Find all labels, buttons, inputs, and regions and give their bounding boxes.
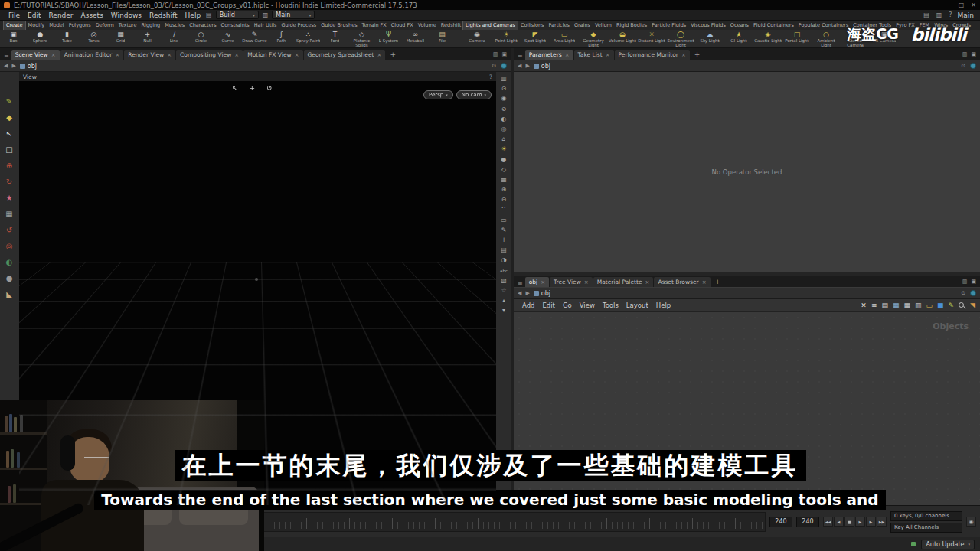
maximize-button[interactable]: □ <box>959 2 965 8</box>
tab-motion-fx-view[interactable]: Motion FX View × <box>243 50 302 60</box>
shelf-tab-terrain-fx[interactable]: Terrain FX <box>360 21 389 30</box>
pane-max-icon[interactable]: ▣ <box>501 51 507 57</box>
network-menu-item[interactable]: Tools <box>599 302 622 309</box>
menu-item[interactable]: Help <box>181 11 205 19</box>
link-indicator-icon[interactable] <box>501 63 507 69</box>
shelf-tool-box[interactable]: ▣ Box <box>0 30 27 47</box>
palette-icon[interactable]: ■ <box>937 302 944 309</box>
help-icon[interactable]: ? <box>489 73 492 80</box>
shelf-tab-characters[interactable]: Characters <box>187 21 218 30</box>
shelf-tab-cloud-fx[interactable]: Cloud FX <box>389 21 416 30</box>
select-arrow-icon[interactable]: ↖ <box>6 130 12 138</box>
shelf-tool-tube[interactable]: ▮ Tube <box>54 30 80 47</box>
shelf-tab-oceans[interactable]: Oceans <box>728 21 751 30</box>
pencil-icon[interactable]: ✎ <box>949 302 955 309</box>
shelf-tab-redshift[interactable]: Redshift <box>439 21 462 30</box>
shelf-tab-fluid-containers[interactable]: Fluid Containers <box>751 21 796 30</box>
shelfset-select[interactable]: Main ▾ <box>272 11 315 19</box>
shelf-tool-line[interactable]: ∕ Line <box>161 30 188 47</box>
stack-view-icon[interactable]: ▤ <box>881 302 888 309</box>
view-tumble-icon[interactable]: ↺ <box>266 84 273 92</box>
tab-asset-browser[interactable]: Asset Browser × <box>654 277 710 287</box>
shelf-tab-collisions[interactable]: Collisions <box>518 21 547 30</box>
shelf-tool-draw-curve[interactable]: ✎ Draw Curve <box>241 30 268 47</box>
grid-view-icon[interactable]: ▦ <box>903 302 910 309</box>
grid-tool-icon[interactable]: ▦ <box>5 210 12 218</box>
shelf-tool-torus[interactable]: ◎ Torus <box>80 30 107 47</box>
panes-icon[interactable]: ▥ <box>935 11 944 18</box>
paint-tool-icon[interactable]: ✎ <box>6 98 12 106</box>
shelf-tool-metaball[interactable]: ∞ Metaball <box>402 30 429 47</box>
network-menu-item[interactable]: Add <box>518 302 538 309</box>
playback-range-end-field[interactable]: 240 <box>796 517 819 527</box>
shelf-tool-gi-light[interactable]: ★ GI Light <box>724 30 753 47</box>
jump-end-button[interactable]: ▶▶ <box>877 517 887 527</box>
step-forward-button[interactable]: ▶ <box>866 517 876 527</box>
pane-menu-icon[interactable]: ≡ <box>516 53 524 60</box>
shelf-tool-volume-light[interactable]: ◒ Volume Light <box>608 30 637 47</box>
menu-item[interactable]: Assets <box>77 11 107 19</box>
menu-item[interactable]: Windows <box>107 11 145 19</box>
shelf-tool-file[interactable]: ▤ File <box>429 30 456 47</box>
step-back-button[interactable]: ◀ <box>834 517 844 527</box>
shelf-tool-circle[interactable]: ○ Circle <box>188 30 214 47</box>
tab-animation-editor[interactable]: Animation Editor × <box>60 50 124 60</box>
shelf-tool-sky-light[interactable]: ☁ Sky Light <box>695 30 724 47</box>
menu-item[interactable]: File <box>5 11 24 19</box>
sphere-tool-icon[interactable]: ● <box>6 275 13 282</box>
pane-split-icon[interactable]: ▥ <box>962 51 968 57</box>
shelf-tab-particle-fluids[interactable]: Particle Fluids <box>649 21 688 30</box>
camera-icon[interactable]: ◉ <box>501 96 507 102</box>
select-box-icon[interactable]: □ <box>5 146 12 154</box>
close-icon[interactable]: × <box>541 279 545 285</box>
select-mode-icon[interactable]: ↖ <box>232 84 238 92</box>
tab-material-palette[interactable]: Material Palette × <box>593 277 654 287</box>
add-tab-icon[interactable]: + <box>691 51 704 58</box>
fill-tool-icon[interactable]: ◆ <box>6 114 12 122</box>
tab-parameters[interactable]: Parameters × <box>525 50 573 60</box>
network-menu-item[interactable]: Edit <box>538 302 558 309</box>
pane-menu-icon[interactable]: ≡ <box>2 53 11 60</box>
shelf-tab-texture[interactable]: Texture <box>116 21 139 30</box>
character-tool-icon[interactable]: ★ <box>6 194 13 202</box>
pin-icon[interactable]: ⊙ <box>961 63 965 69</box>
shelf-tool-spray-paint[interactable]: ∴ Spray Paint <box>295 30 322 47</box>
film-gate-icon[interactable]: ▧ <box>501 278 507 284</box>
close-icon[interactable]: × <box>681 52 686 58</box>
shelf-tab-particles[interactable]: Particles <box>546 21 571 30</box>
tab-compositing-view[interactable]: Compositing View × <box>176 50 243 60</box>
close-icon[interactable]: × <box>702 279 707 285</box>
breadcrumb[interactable]: obj <box>534 290 550 297</box>
network-menu-item[interactable]: Layout <box>622 302 652 309</box>
layers-icon[interactable]: ▤ <box>501 247 507 253</box>
lock-camera-icon[interactable]: ⊘ <box>501 106 507 112</box>
pane-menu-icon[interactable]: ≡ <box>516 280 524 287</box>
tab-render-view[interactable]: Render View × <box>124 50 175 60</box>
nav-back-icon[interactable]: ◀ <box>4 63 8 69</box>
magnifier-icon[interactable] <box>959 302 965 309</box>
tab-performance-monitor[interactable]: Performance Monitor × <box>615 50 690 60</box>
breadcrumb[interactable]: obj <box>534 63 550 70</box>
shelf-tab-populate-containers[interactable]: Populate Containers <box>796 21 851 30</box>
shelf-tab-guide-process[interactable]: Guide Process <box>279 21 318 30</box>
shelf-tool-path[interactable]: ʃ Path <box>268 30 295 47</box>
desktop-select[interactable]: Build ▾ <box>216 11 259 19</box>
handle-mode-icon[interactable]: + <box>250 84 256 92</box>
close-icon[interactable]: × <box>234 52 239 58</box>
pin-view-icon[interactable]: ⊙ <box>501 86 507 92</box>
shelf-tab-model[interactable]: Model <box>47 21 67 30</box>
menu-item[interactable]: Render <box>45 11 77 19</box>
wireframe-icon[interactable]: ◇ <box>501 167 506 173</box>
tab-take-list[interactable]: Take List × <box>574 50 614 60</box>
light-icon[interactable]: ☀ <box>501 146 506 152</box>
nav-back-icon[interactable]: ◀ <box>518 290 521 296</box>
close-icon[interactable]: × <box>115 52 119 58</box>
link-indicator-icon[interactable] <box>970 63 976 69</box>
measure-icon[interactable]: ▭ <box>501 217 507 223</box>
key-all-channels-button[interactable]: Key All Channels <box>890 523 962 533</box>
breadcrumb[interactable]: obj <box>20 63 37 70</box>
axis-icon[interactable]: + <box>501 237 507 243</box>
star-icon[interactable]: ☆ <box>501 288 506 294</box>
shelf-tool-null[interactable]: + Null <box>134 30 161 47</box>
shelf-tool-sphere[interactable]: ● Sphere <box>27 30 54 47</box>
